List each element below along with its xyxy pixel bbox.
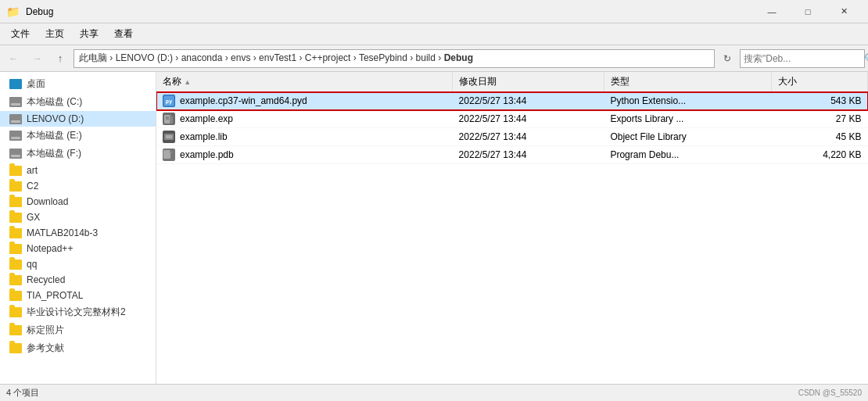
- folder-matlab-icon: [9, 228, 22, 238]
- menu-share[interactable]: 共享: [72, 24, 106, 44]
- col-modified[interactable]: 修改日期: [453, 72, 604, 92]
- svg-marker-3: [170, 114, 173, 124]
- folder-photos-icon: [9, 325, 22, 335]
- sidebar-item-recycled[interactable]: Recycled: [0, 272, 156, 288]
- title-bar: 📁 Debug — □ ✕: [0, 0, 868, 23]
- sidebar-item-art[interactable]: art: [0, 163, 156, 178]
- forward-button[interactable]: →: [27, 48, 47, 69]
- sidebar-label-c2: C2: [27, 181, 38, 192]
- sidebar-label-matlab: MATLAB2014b-3: [27, 227, 98, 238]
- folder-art-icon: [9, 166, 22, 176]
- folder-c2-icon: [9, 181, 22, 192]
- up-button[interactable]: ↑: [50, 48, 70, 69]
- file-size: 45 KB: [771, 128, 867, 146]
- sidebar-label-gx: GX: [27, 212, 40, 223]
- back-button[interactable]: ←: [3, 48, 23, 69]
- sidebar-item-gx[interactable]: GX: [0, 209, 156, 225]
- refresh-button[interactable]: ↻: [718, 49, 737, 68]
- file-name-cell: example.lib: [156, 128, 453, 146]
- sidebar-item-tia[interactable]: TIA_PROTAL: [0, 288, 156, 303]
- col-name[interactable]: 名称 ▲: [156, 72, 453, 92]
- maximize-button[interactable]: □: [790, 0, 826, 23]
- sidebar-label-desktop: 桌面: [27, 77, 45, 91]
- sidebar-item-drive-e[interactable]: 本地磁盘 (E:): [0, 127, 156, 145]
- sidebar-label-references: 参考文献: [27, 342, 64, 355]
- title-folder-icon: 📁: [6, 5, 20, 18]
- file-type: Python Extensio...: [604, 92, 771, 110]
- folder-references-icon: [9, 343, 22, 353]
- sidebar-item-thesis[interactable]: 毕业设计论文完整材料2: [0, 303, 156, 321]
- table-row[interactable]: py example.cp37-win_amd64.pyd2022/5/27 1…: [156, 92, 868, 110]
- sidebar-item-references[interactable]: 参考文献: [0, 339, 156, 357]
- sidebar-item-qq[interactable]: qq: [0, 256, 156, 272]
- table-row[interactable]: example.exp2022/5/27 13:44Exports Librar…: [156, 110, 868, 128]
- file-size: 4,220 KB: [771, 146, 867, 164]
- file-name-cell: example.pdb: [156, 146, 453, 164]
- file-name-cell: py example.cp37-win_amd64.pyd: [156, 92, 453, 110]
- sidebar-item-desktop[interactable]: 桌面: [0, 75, 156, 93]
- col-type[interactable]: 类型: [604, 72, 771, 92]
- search-icon: 🔍: [864, 53, 868, 64]
- sidebar-label-qq: qq: [27, 259, 37, 270]
- sidebar-label-drive-d: LENOVO (D:): [27, 113, 84, 124]
- folder-thesis-icon: [9, 307, 22, 317]
- exp-file-icon: [163, 113, 175, 125]
- sidebar-item-drive-d[interactable]: LENOVO (D:): [0, 111, 156, 127]
- drive-c-icon: [9, 97, 22, 107]
- folder-gx-icon: [9, 213, 22, 223]
- main-layout: 桌面 本地磁盘 (C:) LENOVO (D:) 本地磁盘 (E:) 本地磁盘 …: [0, 72, 868, 384]
- sidebar-item-c2[interactable]: C2: [0, 178, 156, 194]
- table-row[interactable]: example.pdb2022/5/27 13:44Program Debu..…: [156, 146, 868, 164]
- breadcrumb-text: 此电脑 › LENOVO (D:) › anaconda › envs › en…: [79, 52, 473, 65]
- sidebar-label-drive-e: 本地磁盘 (E:): [27, 129, 82, 142]
- menu-bar: 文件 主页 共享 查看: [0, 23, 868, 45]
- file-type: Object File Library: [604, 128, 771, 146]
- folder-qq-icon: [9, 260, 22, 270]
- folder-notepad-icon: [9, 244, 22, 254]
- search-input[interactable]: [744, 53, 861, 64]
- sidebar-item-drive-f[interactable]: 本地磁盘 (F:): [0, 145, 156, 163]
- folder-tia-icon: [9, 291, 22, 301]
- breadcrumb[interactable]: 此电脑 › LENOVO (D:) › anaconda › envs › en…: [74, 49, 715, 68]
- sidebar-item-matlab[interactable]: MATLAB2014b-3: [0, 225, 156, 241]
- svg-rect-8: [163, 150, 170, 159]
- folder-recycled-icon: [9, 275, 22, 285]
- sidebar-label-drive-f: 本地磁盘 (F:): [27, 147, 81, 160]
- sidebar-label-drive-c: 本地磁盘 (C:): [27, 95, 82, 109]
- file-size: 543 KB: [771, 92, 867, 110]
- window-controls: — □ ✕: [754, 0, 862, 23]
- file-modified: 2022/5/27 13:44: [453, 110, 604, 128]
- search-box[interactable]: 🔍: [740, 49, 865, 68]
- file-table: 名称 ▲ 修改日期 类型 大小 py example.cp37-wi: [156, 72, 868, 164]
- svg-text:py: py: [166, 98, 173, 105]
- file-modified: 2022/5/27 13:44: [453, 128, 604, 146]
- sidebar-label-download: Download: [27, 196, 68, 207]
- file-type: Exports Library ...: [604, 110, 771, 128]
- watermark: CSDN @S_55520: [798, 388, 862, 397]
- sidebar: 桌面 本地磁盘 (C:) LENOVO (D:) 本地磁盘 (E:) 本地磁盘 …: [0, 72, 156, 384]
- drive-d-icon: [9, 114, 22, 124]
- file-modified: 2022/5/27 13:44: [453, 92, 604, 110]
- lib-file-icon: [163, 131, 175, 143]
- file-size: 27 KB: [771, 110, 867, 128]
- file-name-cell: example.exp: [156, 110, 453, 128]
- drive-e-icon: [9, 131, 22, 141]
- menu-file[interactable]: 文件: [3, 24, 38, 44]
- sidebar-item-photos[interactable]: 标定照片: [0, 321, 156, 339]
- drive-f-icon: [9, 149, 22, 159]
- desktop-icon: [9, 79, 22, 89]
- sidebar-item-notepad[interactable]: Notepad++: [0, 241, 156, 256]
- pdb-file-icon: [163, 149, 175, 161]
- sidebar-item-drive-c[interactable]: 本地磁盘 (C:): [0, 93, 156, 111]
- close-button[interactable]: ✕: [826, 0, 862, 23]
- col-size[interactable]: 大小: [771, 72, 867, 92]
- file-modified: 2022/5/27 13:44: [453, 146, 604, 164]
- table-row[interactable]: example.lib2022/5/27 13:44Object File Li…: [156, 128, 868, 146]
- pyd-file-icon: py: [163, 95, 175, 107]
- content-area: 名称 ▲ 修改日期 类型 大小 py example.cp37-wi: [156, 72, 868, 384]
- menu-home[interactable]: 主页: [38, 24, 72, 44]
- minimize-button[interactable]: —: [754, 0, 790, 23]
- folder-download-icon: [9, 197, 22, 207]
- menu-view[interactable]: 查看: [106, 24, 141, 44]
- sidebar-item-download[interactable]: Download: [0, 194, 156, 209]
